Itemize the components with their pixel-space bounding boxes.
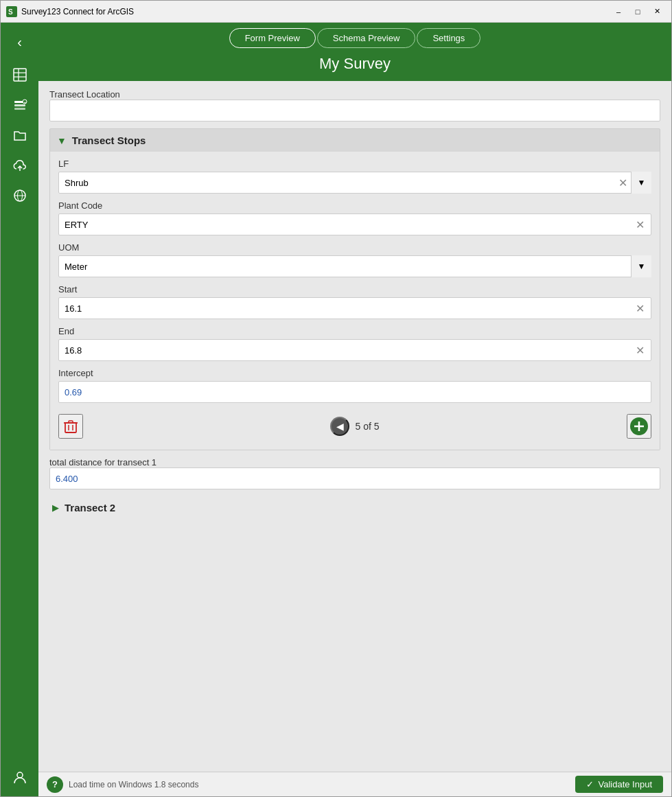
sidebar-back-button[interactable]: ‹	[6, 28, 34, 56]
lf-select[interactable]: Shrub Tree Herb	[58, 172, 651, 194]
load-time-text: Load time on Windows 1.8 seconds	[69, 780, 198, 789]
pagination-row: ◀ 5 of 5	[58, 410, 651, 443]
sidebar-item-cloud[interactable]	[6, 152, 34, 179]
end-label: End	[58, 326, 651, 336]
minimize-button[interactable]: –	[610, 5, 627, 19]
sidebar-item-user[interactable]	[6, 763, 34, 791]
delete-record-button[interactable]	[58, 414, 83, 439]
window-title: Survey123 Connect for ArcGIS	[21, 7, 610, 16]
tab-schema-preview[interactable]: Schema Preview	[317, 28, 416, 48]
transect2-expand-icon: ▶	[52, 503, 59, 513]
start-clear-button[interactable]: ✕	[632, 301, 647, 316]
plant-code-clear-button[interactable]: ✕	[632, 217, 647, 232]
end-input[interactable]	[58, 339, 651, 361]
intercept-field-group: Intercept	[58, 368, 651, 403]
intercept-input[interactable]	[58, 381, 651, 403]
transect2-header[interactable]: ▶ Transect 2	[49, 496, 660, 519]
plant-code-input[interactable]	[58, 213, 651, 235]
sidebar-item-table[interactable]	[6, 61, 34, 89]
survey-title: My Survey	[38, 48, 671, 81]
sidebar-item-layers[interactable]: +	[6, 91, 34, 119]
start-input-wrapper: ✕	[58, 297, 651, 319]
transect-stops-group: ▼ Transect Stops LF Shrub Tree	[49, 128, 660, 450]
cloud-upload-icon	[12, 158, 27, 173]
folder-icon	[12, 128, 27, 143]
page-navigation: ◀ 5 of 5	[330, 417, 379, 436]
help-button[interactable]: ?	[47, 776, 63, 793]
titlebar: S Survey123 Connect for ArcGIS – □ ✕	[1, 1, 671, 23]
validate-checkmark-icon: ✓	[586, 779, 594, 789]
sidebar-item-globe[interactable]	[6, 182, 34, 209]
svg-rect-16	[65, 423, 76, 432]
total-distance-label: total distance for transect 1	[49, 457, 157, 467]
uom-dropdown-arrow[interactable]: ▼	[631, 255, 651, 277]
transect-stops-title: Transect Stops	[72, 135, 146, 146]
transect-location-group: Transect Location	[49, 89, 660, 122]
svg-text:+: +	[23, 100, 26, 104]
start-label: Start	[58, 284, 651, 294]
user-icon	[12, 770, 27, 785]
lf-select-wrapper: Shrub Tree Herb ✕ ▼	[58, 172, 651, 194]
table-icon	[12, 67, 27, 82]
transect-stops-content: LF Shrub Tree Herb ✕ ▼	[50, 152, 660, 450]
start-field-group: Start ✕	[58, 284, 651, 319]
transect2-title: Transect 2	[65, 502, 115, 513]
svg-rect-2	[14, 69, 26, 81]
lf-label: LF	[58, 159, 651, 169]
add-icon	[629, 417, 649, 436]
validate-label: Validate Input	[598, 779, 652, 789]
page-count: 5 of 5	[355, 421, 379, 432]
uom-field-group: UOM Meter Feet ▼	[58, 242, 651, 277]
validate-input-button[interactable]: ✓ Validate Input	[575, 776, 663, 793]
end-clear-button[interactable]: ✕	[632, 343, 647, 358]
layers-icon: +	[12, 97, 27, 113]
globe-icon	[12, 188, 27, 203]
form-area: Transect Location ▼ Transect Stops LF	[38, 81, 671, 772]
transect-location-label: Transect Location	[49, 89, 120, 100]
bottom-bar: ? Load time on Windows 1.8 seconds ✓ Val…	[38, 772, 671, 796]
tab-settings[interactable]: Settings	[417, 28, 480, 48]
plant-code-field-group: Plant Code ✕	[58, 200, 651, 235]
window-controls: – □ ✕	[610, 5, 666, 19]
total-distance-input[interactable]	[49, 467, 660, 489]
lf-dropdown-arrow[interactable]: ▼	[631, 172, 651, 194]
transect-stops-header[interactable]: ▼ Transect Stops	[50, 129, 660, 152]
end-field-group: End ✕	[58, 326, 651, 361]
app-icon: S	[6, 6, 17, 17]
sidebar: ‹ +	[1, 23, 38, 796]
svg-rect-7	[14, 104, 25, 106]
top-navigation: Form Preview Schema Preview Settings	[38, 23, 671, 48]
sidebar-item-folder[interactable]	[6, 122, 34, 149]
uom-label: UOM	[58, 242, 651, 253]
add-record-button[interactable]	[627, 414, 651, 439]
transect2-group: ▶ Transect 2	[49, 496, 660, 519]
transect-stops-collapse-icon: ▼	[57, 135, 67, 146]
uom-select[interactable]: Meter Feet	[58, 255, 651, 277]
svg-point-15	[17, 772, 23, 778]
close-button[interactable]: ✕	[648, 5, 666, 19]
plant-code-input-wrapper: ✕	[58, 213, 651, 235]
lf-field-group: LF Shrub Tree Herb ✕ ▼	[58, 159, 651, 194]
svg-rect-18	[69, 421, 73, 423]
tab-form-preview[interactable]: Form Preview	[229, 28, 316, 48]
svg-rect-8	[14, 108, 25, 110]
start-input[interactable]	[58, 297, 651, 319]
lf-clear-button[interactable]: ✕	[614, 174, 631, 191]
transect-location-input[interactable]	[49, 100, 660, 122]
navigation-tabs: Form Preview Schema Preview Settings	[229, 28, 481, 48]
plant-code-label: Plant Code	[58, 200, 651, 211]
maximize-button[interactable]: □	[629, 5, 647, 19]
intercept-label: Intercept	[58, 368, 651, 378]
trash-icon	[62, 418, 79, 435]
total-distance-group: total distance for transect 1	[49, 457, 660, 489]
svg-text:S: S	[8, 8, 13, 16]
uom-select-wrapper: Meter Feet ▼	[58, 255, 651, 277]
page-prev-button[interactable]: ◀	[330, 417, 349, 436]
end-input-wrapper: ✕	[58, 339, 651, 361]
